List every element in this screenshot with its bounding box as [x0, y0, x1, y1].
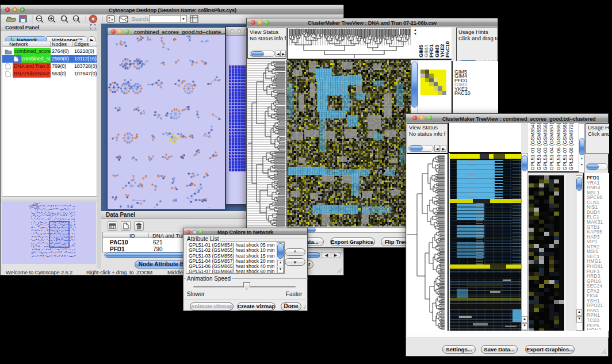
svg-text:1:1: 1:1 [74, 17, 78, 21]
